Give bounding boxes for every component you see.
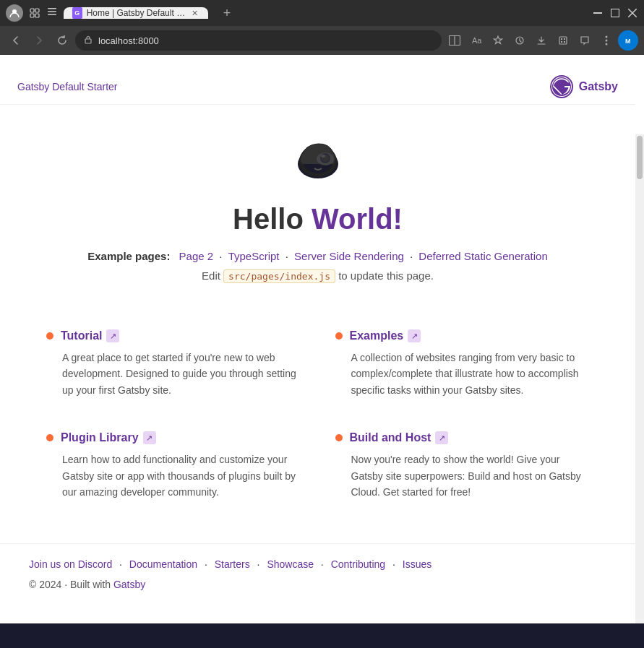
card-header-tutorial: Tutorial ↗: [46, 329, 301, 342]
svg-rect-12: [85, 39, 91, 43]
site-header: Gatsby Default Starter Gatsby: [0, 69, 635, 105]
page-wrapper: Gatsby Default Starter Gatsby: [0, 55, 644, 623]
svg-rect-18: [561, 38, 562, 40]
browser-menu-button[interactable]: [46, 6, 58, 20]
page-content: Gatsby Default Starter Gatsby: [0, 55, 635, 623]
gatsby-logo-svg: [550, 75, 573, 98]
gatsby-logo-text: Gatsby: [579, 80, 618, 93]
minimize-button[interactable]: [592, 7, 604, 19]
svg-rect-1: [30, 9, 34, 12]
maximize-button[interactable]: [609, 7, 621, 19]
build-host-desc: Now you're ready to show the world! Give…: [335, 452, 590, 500]
svg-text:M: M: [625, 38, 631, 45]
scrollbar-track[interactable]: [635, 134, 644, 623]
tutorial-desc: A great place to get started if you're n…: [46, 350, 301, 398]
external-link-icon: ↗: [435, 431, 448, 444]
plugin-library-desc: Learn how to add functionality and custo…: [46, 452, 301, 500]
plugin-library-link[interactable]: Plugin Library: [61, 431, 139, 444]
profile-avatar[interactable]: [6, 4, 23, 22]
back-button[interactable]: [6, 30, 26, 51]
svg-rect-3: [30, 14, 34, 17]
copilot-button[interactable]: M: [618, 30, 638, 51]
edit-hint: Edit src/pages/index.js to update this p…: [14, 269, 621, 282]
card-examples: Examples ↗ A collection of websites rang…: [318, 318, 607, 420]
split-screen-icon[interactable]: [445, 30, 465, 51]
example-label: Example pages:: [87, 250, 170, 262]
tab-close-button[interactable]: ✕: [189, 7, 199, 19]
svg-rect-9: [611, 9, 619, 17]
tutorial-link[interactable]: Tutorial: [61, 329, 102, 342]
edit-code: src/pages/index.js: [223, 269, 335, 283]
external-link-icon: ↗: [106, 329, 119, 342]
card-plugin-library: Plugin Library ↗ Learn how to add functi…: [29, 420, 318, 522]
example-link-typescript[interactable]: TypeScript: [228, 250, 280, 262]
card-build-host: Build and Host ↗ Now you're ready to sho…: [318, 420, 607, 522]
page-footer: Join us on Discord · Documentation · Sta…: [0, 543, 635, 605]
feedback-icon[interactable]: [575, 30, 595, 51]
browser-extensions-icon[interactable]: [553, 30, 573, 51]
example-link-page2[interactable]: Page 2: [179, 250, 214, 262]
build-host-link[interactable]: Build and Host: [350, 431, 432, 444]
footer-issues-link[interactable]: Issues: [403, 558, 432, 570]
hero-section: Hello World! Example pages: Page 2 · Typ…: [0, 105, 635, 296]
favorites-icon[interactable]: [488, 30, 508, 51]
hero-icon: [289, 134, 347, 191]
window-controls: [592, 7, 638, 19]
svg-rect-6: [48, 11, 56, 12]
svg-text:Aa: Aa: [472, 36, 481, 45]
bullet-icon: [335, 434, 343, 441]
url-text: localhost:8000: [98, 35, 159, 46]
close-button[interactable]: [627, 7, 638, 19]
browser-chrome: G Home | Gatsby Default Starter ✕ +: [0, 0, 644, 55]
address-bar[interactable]: localhost:8000: [75, 30, 442, 51]
bullet-icon: [46, 332, 53, 340]
hero-title: Hello World!: [14, 203, 621, 236]
new-tab-button[interactable]: +: [217, 3, 237, 23]
example-pages: Example pages: Page 2 · TypeScript · Ser…: [14, 250, 621, 262]
history-icon[interactable]: [510, 30, 530, 51]
footer-starters-link[interactable]: Starters: [215, 558, 250, 570]
gatsby-logo: Gatsby: [550, 75, 618, 98]
card-header-examples: Examples ↗: [335, 329, 590, 342]
more-menu-button[interactable]: [596, 30, 617, 51]
scrollbar-thumb[interactable]: [637, 136, 643, 179]
svg-rect-20: [561, 41, 562, 43]
footer-contributing-link[interactable]: Contributing: [331, 558, 386, 570]
footer-docs-link[interactable]: Documentation: [129, 558, 197, 570]
active-tab[interactable]: G Home | Gatsby Default Starter ✕: [64, 7, 208, 19]
card-header-plugin: Plugin Library ↗: [46, 431, 301, 444]
svg-rect-17: [559, 37, 567, 44]
tab-group-button[interactable]: [29, 7, 40, 19]
footer-links: Join us on Discord · Documentation · Sta…: [29, 558, 606, 570]
refresh-button[interactable]: [52, 30, 72, 51]
forward-button[interactable]: [29, 30, 49, 51]
svg-point-24: [606, 43, 608, 46]
bullet-icon: [46, 434, 53, 441]
external-link-icon: ↗: [143, 431, 156, 444]
footer-showcase-link[interactable]: Showcase: [267, 558, 314, 570]
svg-rect-5: [48, 8, 56, 9]
bullet-icon: [335, 332, 343, 340]
title-bar: G Home | Gatsby Default Starter ✕ +: [0, 0, 644, 26]
tab-title: Home | Gatsby Default Starter: [87, 8, 186, 18]
footer-gatsby-link[interactable]: Gatsby: [113, 579, 145, 590]
lock-icon: [84, 35, 93, 46]
svg-rect-19: [564, 38, 565, 40]
svg-point-22: [606, 36, 608, 38]
example-link-dsg[interactable]: Deferred Static Generation: [418, 250, 547, 262]
card-header-build-host: Build and Host ↗: [335, 431, 590, 444]
examples-link[interactable]: Examples: [350, 329, 404, 342]
external-link-icon: ↗: [408, 329, 421, 342]
site-title: Gatsby Default Starter: [17, 81, 118, 92]
browser-toolbar: localhost:8000 Aa: [0, 26, 644, 55]
svg-rect-21: [564, 41, 565, 43]
example-link-ssr[interactable]: Server Side Rendering: [294, 250, 404, 262]
hero-title-world: World!: [312, 203, 403, 235]
immersive-reader-icon[interactable]: Aa: [466, 30, 486, 51]
card-tutorial: Tutorial ↗ A great place to get started …: [29, 318, 318, 420]
footer-discord-link[interactable]: Join us on Discord: [29, 558, 112, 570]
examples-desc: A collection of websites ranging from ve…: [335, 350, 590, 398]
tab-favicon: G: [72, 7, 82, 19]
cards-grid: Tutorial ↗ A great place to get started …: [0, 296, 635, 543]
downloads-icon[interactable]: [531, 30, 551, 51]
